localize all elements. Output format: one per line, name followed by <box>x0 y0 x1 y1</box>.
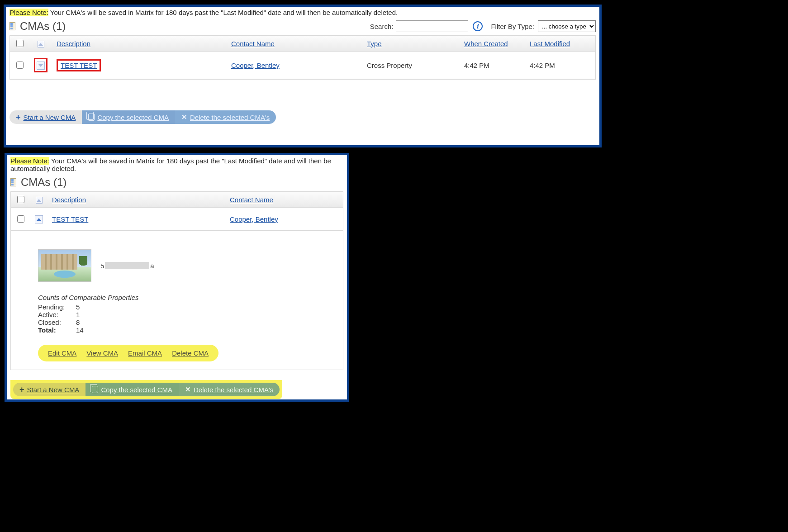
page-title: CMAs (1) <box>20 20 66 33</box>
col-contact-name[interactable]: Contact Name <box>230 196 273 204</box>
col-when-created[interactable]: When Created <box>464 40 508 48</box>
table-header-row: Description Contact Name <box>11 192 343 208</box>
filter-label: Filter By Type: <box>491 23 534 30</box>
counts-value: 1 <box>76 311 87 318</box>
close-icon: ✕ <box>181 113 187 121</box>
counts-label: Total: <box>38 326 71 334</box>
expand-row-button[interactable] <box>37 62 45 70</box>
row-actions-highlight: Edit CMA View CMA Email CMA Delete CMA <box>38 345 218 361</box>
cma-table: Description Contact Name TEST TEST Coope… <box>10 191 343 231</box>
counts-label: Active: <box>38 311 71 318</box>
counts-row-total: Total: 14 <box>38 326 338 334</box>
info-icon[interactable]: i <box>473 21 483 31</box>
start-new-cma-button[interactable]: + Start a New CMA <box>9 110 82 124</box>
copy-icon <box>92 386 98 393</box>
list-icon <box>10 178 16 186</box>
row-description-link[interactable]: TEST TEST <box>61 62 97 69</box>
view-cma-button[interactable]: View CMA <box>86 349 118 357</box>
chevron-up-icon <box>37 218 41 221</box>
filter-type-select[interactable]: ... choose a type <box>538 20 596 32</box>
pillbar-highlight: + Start a New CMA Copy the selected CMA … <box>10 380 282 399</box>
delete-selected-cma-label: Delete the selected CMA's <box>194 386 273 394</box>
select-all-checkbox[interactable] <box>16 40 24 47</box>
copy-selected-cma-button[interactable]: Copy the selected CMA <box>82 110 175 124</box>
row-checkbox[interactable] <box>16 62 24 69</box>
chevron-up-icon <box>37 199 41 202</box>
note-body: Your CMA's will be saved in Matrix for 1… <box>48 9 398 16</box>
start-new-cma-label: Start a New CMA <box>27 386 80 394</box>
counts-value: 5 <box>76 303 87 311</box>
sort-description-button[interactable] <box>38 41 44 48</box>
address-suffix: a <box>150 262 154 270</box>
row-contact-link[interactable]: Cooper, Bentley <box>230 215 278 223</box>
counts-row-pending: Pending: 5 <box>38 303 338 311</box>
email-cma-button[interactable]: Email CMA <box>128 349 162 357</box>
counts-label: Pending: <box>38 303 71 311</box>
counts-row-closed: Closed: 8 <box>38 318 338 326</box>
address-prefix: 5 <box>100 262 104 270</box>
page-title: CMAs (1) <box>21 176 66 189</box>
row-last-modified: 4:42 PM <box>530 62 555 69</box>
col-contact-name[interactable]: Contact Name <box>231 40 275 48</box>
col-last-modified[interactable]: Last Modified <box>530 40 570 48</box>
chevron-up-icon <box>38 43 43 46</box>
chevron-down-icon <box>38 64 43 67</box>
table-header-row: Description Contact Name Type When Creat… <box>10 36 595 52</box>
list-icon <box>9 22 15 30</box>
action-pillbar: + Start a New CMA Copy the selected CMA … <box>13 383 280 396</box>
delete-selected-cma-label: Delete the selected CMA's <box>190 114 270 121</box>
counts-value: 8 <box>76 318 87 326</box>
table-row: TEST TEST Cooper, Bentley <box>11 208 343 231</box>
cma-table: Description Contact Name Type When Creat… <box>9 35 596 80</box>
copy-selected-cma-button[interactable]: Copy the selected CMA <box>85 383 179 396</box>
delete-selected-cma-button[interactable]: ✕ Delete the selected CMA's <box>179 383 280 396</box>
sort-description-button[interactable] <box>36 197 43 204</box>
col-type[interactable]: Type <box>367 40 382 48</box>
counts-label: Closed: <box>38 318 71 326</box>
address-redacted <box>105 262 149 269</box>
row-contact-link[interactable]: Cooper, Bentley <box>231 62 280 69</box>
search-input[interactable] <box>396 20 468 32</box>
table-row: TEST TEST Cooper, Bentley Cross Property… <box>10 52 595 79</box>
copy-selected-cma-label: Copy the selected CMA <box>97 114 169 121</box>
action-pillbar: + Start a New CMA Copy the selected CMA … <box>9 110 276 124</box>
row-type: Cross Property <box>367 62 412 69</box>
plus-icon: + <box>19 386 24 393</box>
property-address: 5 a <box>100 262 154 270</box>
note-body: Your CMA's will be saved in Matrix for 1… <box>10 157 331 172</box>
start-new-cma-button[interactable]: + Start a New CMA <box>13 383 85 396</box>
property-thumbnail <box>38 249 91 282</box>
plus-icon: + <box>16 114 21 120</box>
cma-list-panel-collapsed: Please Note: Your CMA's will be saved in… <box>4 5 602 147</box>
copy-selected-cma-label: Copy the selected CMA <box>101 386 172 394</box>
counts-row-active: Active: 1 <box>38 311 338 318</box>
col-description[interactable]: Description <box>57 40 90 48</box>
cma-list-panel-expanded: Please Note: Your CMA's will be saved in… <box>5 153 349 402</box>
row-details: 5 a Counts of Comparable Properties Pend… <box>10 231 343 370</box>
copy-icon <box>88 114 95 121</box>
delete-selected-cma-button[interactable]: ✕ Delete the selected CMA's <box>175 110 276 124</box>
row-checkbox[interactable] <box>17 215 24 223</box>
note-prefix: Please Note: <box>9 9 48 16</box>
row-when-created: 4:42 PM <box>464 62 489 69</box>
note-prefix: Please Note: <box>10 157 49 165</box>
retention-note: Please Note: Your CMA's will be saved in… <box>7 155 347 176</box>
col-description[interactable]: Description <box>52 196 86 204</box>
close-icon: ✕ <box>185 385 191 394</box>
collapse-row-button[interactable] <box>35 215 43 223</box>
row-description-link[interactable]: TEST TEST <box>52 215 88 223</box>
counts-title: Counts of Comparable Properties <box>38 294 338 301</box>
search-label: Search: <box>370 23 394 30</box>
counts-value: 14 <box>76 326 87 334</box>
retention-note: Please Note: Your CMA's will be saved in… <box>6 7 599 20</box>
delete-cma-button[interactable]: Delete CMA <box>172 349 209 357</box>
start-new-cma-label: Start a New CMA <box>24 114 76 121</box>
select-all-checkbox[interactable] <box>17 196 24 203</box>
edit-cma-button[interactable]: Edit CMA <box>48 349 76 357</box>
